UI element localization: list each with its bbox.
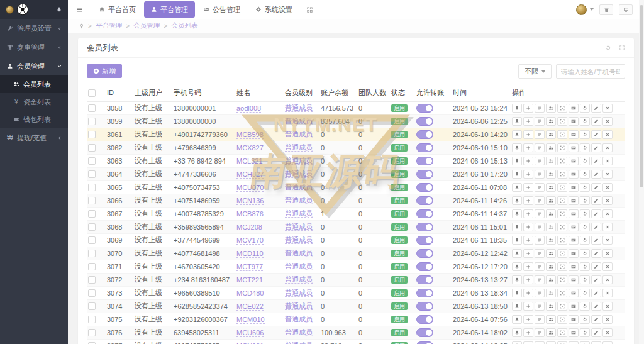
transfer-toggle[interactable] [416, 196, 433, 205]
team-action-button[interactable] [546, 143, 556, 152]
row-checkbox[interactable] [88, 104, 96, 112]
member-level-link[interactable]: 普通成员 [285, 328, 313, 336]
bill-action-button[interactable] [535, 223, 545, 231]
card-action-button[interactable] [569, 302, 579, 311]
bell-action-button[interactable] [512, 236, 522, 245]
row-checkbox[interactable] [88, 118, 96, 125]
edit-action-button[interactable] [591, 315, 601, 324]
scan-action-button[interactable] [557, 183, 567, 192]
close-action-button[interactable] [602, 130, 613, 139]
close-action-button[interactable] [602, 275, 613, 284]
row-checkbox[interactable] [88, 263, 96, 270]
refresh-action-button[interactable] [580, 249, 590, 258]
plus-action-button[interactable] [523, 170, 533, 179]
sidebar-item-withdraw-recharge[interactable]: ₩ 提现/充值 [0, 128, 68, 147]
close-action-button[interactable] [602, 302, 613, 311]
edit-action-button[interactable] [591, 157, 601, 165]
clear-cache-button[interactable] [599, 4, 613, 15]
refresh-action-button[interactable] [580, 170, 590, 179]
transfer-toggle[interactable] [416, 249, 433, 258]
bill-action-button[interactable] [535, 170, 545, 179]
edit-action-button[interactable] [591, 130, 601, 139]
team-action-button[interactable] [546, 302, 556, 311]
sidebar-item-wallet-list[interactable]: 钱包列表 [0, 111, 68, 128]
row-checkbox[interactable] [88, 276, 96, 284]
member-name-link[interactable]: MCB876 [236, 210, 264, 218]
bell-action-button[interactable] [512, 104, 522, 113]
breadcrumb-item[interactable]: 会员列表 [171, 21, 197, 30]
bill-action-button[interactable] [535, 275, 545, 284]
scan-action-button[interactable] [557, 196, 567, 205]
plus-action-button[interactable] [523, 315, 533, 324]
bell-action-button[interactable] [512, 275, 522, 284]
bill-action-button[interactable] [535, 183, 545, 192]
edit-action-button[interactable] [591, 104, 601, 113]
team-action-button[interactable] [546, 183, 556, 192]
close-action-button[interactable] [602, 157, 613, 165]
sidebar-item-member-list[interactable]: 会员列表 [0, 75, 68, 93]
search-input[interactable] [556, 64, 625, 79]
bell-action-button[interactable] [512, 117, 522, 126]
refresh-action-button[interactable] [580, 183, 590, 192]
member-level-link[interactable]: 普通成员 [285, 130, 313, 138]
scan-action-button[interactable] [557, 157, 567, 165]
team-action-button[interactable] [546, 275, 556, 284]
close-action-button[interactable] [602, 328, 613, 337]
transfer-toggle[interactable] [416, 302, 433, 311]
close-action-button[interactable] [602, 223, 613, 231]
bell-action-button[interactable] [512, 262, 522, 271]
member-name-link[interactable]: MCL321 [236, 157, 263, 165]
bell-action-button[interactable] [512, 209, 522, 218]
member-level-link[interactable]: 普通成员 [285, 143, 313, 152]
scan-action-button[interactable] [557, 223, 567, 231]
team-action-button[interactable] [546, 249, 556, 258]
transfer-toggle[interactable] [416, 143, 433, 152]
sidebar-item-funds-list[interactable]: ¥ 资金列表 [0, 93, 68, 111]
bill-action-button[interactable] [535, 289, 545, 297]
transfer-toggle[interactable] [416, 315, 433, 324]
member-level-link[interactable]: 普通成员 [285, 315, 313, 323]
transfer-toggle[interactable] [416, 275, 433, 284]
scan-action-button[interactable] [557, 170, 567, 179]
scan-action-button[interactable] [557, 289, 567, 297]
edit-action-button[interactable] [591, 196, 601, 205]
card-action-button[interactable] [569, 143, 579, 152]
nav-tab-platform-admin[interactable]: 平台管理 [144, 1, 195, 18]
close-action-button[interactable] [602, 341, 613, 344]
transfer-toggle[interactable] [416, 104, 433, 113]
plus-action-button[interactable] [523, 262, 533, 271]
scan-action-button[interactable] [557, 275, 567, 284]
edit-action-button[interactable] [591, 249, 601, 258]
transfer-toggle[interactable] [416, 157, 433, 165]
bell-action-button[interactable] [512, 157, 522, 165]
team-action-button[interactable] [546, 104, 556, 113]
breadcrumb-item[interactable]: 平台管理 [96, 21, 122, 30]
bell-action-button[interactable] [512, 223, 522, 231]
card-action-button[interactable] [569, 249, 579, 258]
member-level-link[interactable]: 普通成员 [285, 209, 313, 218]
member-level-link[interactable]: 普通成员 [285, 289, 313, 297]
card-action-button[interactable] [569, 236, 579, 245]
plus-action-button[interactable] [523, 209, 533, 218]
card-action-button[interactable] [569, 315, 579, 324]
team-action-button[interactable] [546, 341, 556, 344]
member-level-link[interactable]: 普通成员 [285, 236, 313, 244]
scan-action-button[interactable] [557, 249, 567, 258]
bill-action-button[interactable] [535, 196, 545, 205]
edit-action-button[interactable] [591, 223, 601, 231]
edit-action-button[interactable] [591, 328, 601, 337]
bell-action-button[interactable] [512, 130, 522, 139]
close-action-button[interactable] [602, 262, 613, 271]
row-checkbox[interactable] [88, 210, 96, 218]
close-action-button[interactable] [602, 289, 613, 297]
user-avatar-dropdown[interactable] [576, 4, 594, 15]
edit-action-button[interactable] [591, 183, 601, 192]
card-action-button[interactable] [569, 130, 579, 139]
member-level-link[interactable]: 普通成员 [285, 249, 313, 257]
refresh-action-button[interactable] [580, 130, 590, 139]
edit-action-button[interactable] [591, 209, 601, 218]
row-checkbox[interactable] [88, 157, 96, 165]
apps-grid-button[interactable] [300, 6, 319, 13]
bill-action-button[interactable] [535, 328, 545, 337]
card-action-button[interactable] [569, 117, 579, 126]
